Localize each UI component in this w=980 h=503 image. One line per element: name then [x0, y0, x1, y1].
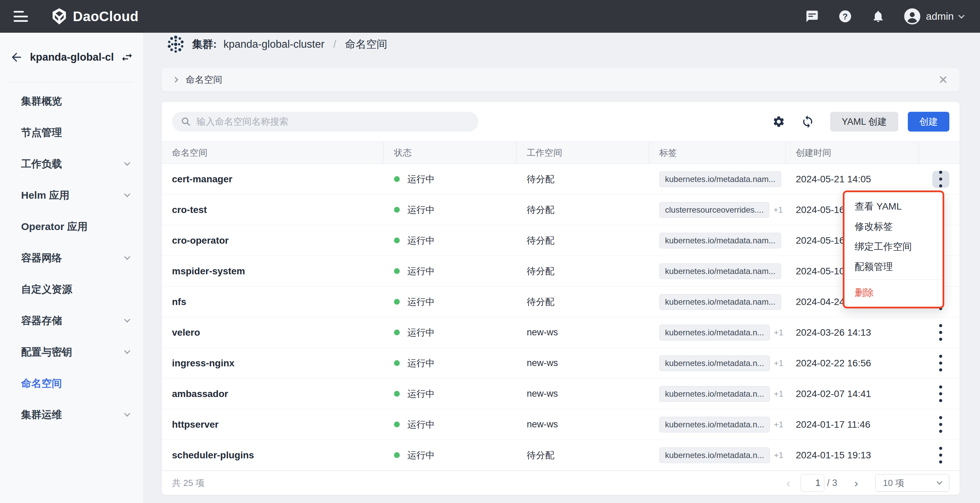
username: admin [926, 11, 954, 22]
namespace-name[interactable]: nfs [172, 297, 186, 307]
divider [845, 279, 943, 280]
sidebar-menu: 集群概览 节点管理 工作负载 Helm 应用 Operator 应用 容器网络 … [0, 82, 143, 430]
label-chip: kubernetes.io/metadata.n... [659, 325, 770, 340]
menu-toggle-button[interactable] [14, 11, 28, 22]
table-footer: 共 25 项 ‹ 1 / 3 › 10 项 [162, 471, 959, 495]
namespace-name[interactable]: mspider-system [172, 266, 245, 277]
prev-page-icon[interactable]: ‹ [783, 477, 794, 489]
status-text: 运行中 [407, 296, 435, 308]
table-row[interactable]: httpserver 运行中 new-ws kubernetes.io/meta… [162, 409, 959, 440]
context-menu-item-1[interactable]: 修改标签 [845, 216, 943, 236]
chevron-down-icon [124, 348, 130, 354]
row-actions-kebab-icon[interactable] [932, 324, 949, 341]
status-dot [394, 452, 400, 458]
namespace-panel: YAML 创建 创建 命名空间 状态 工作空间 标签 创建时间 cert-man… [162, 102, 959, 495]
gear-icon[interactable] [772, 115, 785, 128]
sidebar-item-node-management[interactable]: 节点管理 [0, 117, 143, 148]
next-page-icon[interactable]: › [851, 477, 862, 489]
chevron-down-icon [124, 191, 130, 197]
yaml-create-button[interactable]: YAML 创建 [830, 112, 898, 131]
toolbar: YAML 创建 创建 [162, 102, 959, 141]
table-row[interactable]: nfs 运行中 待分配 kubernetes.io/metadata.nam..… [162, 287, 959, 317]
namespace-name[interactable]: scheduler-plugins [172, 450, 254, 461]
context-menu-item-delete[interactable]: 删除 [845, 283, 943, 303]
refresh-icon[interactable] [801, 115, 815, 128]
search-box [172, 112, 479, 131]
namespace-name[interactable]: cro-operator [172, 235, 229, 246]
help-icon[interactable]: ? [838, 9, 852, 24]
row-actions-kebab-icon[interactable] [932, 385, 949, 402]
created-time: 2024-01-17 11:46 [796, 419, 870, 430]
label-chip: kubernetes.io/metadata.nam... [659, 294, 781, 310]
chevron-down-icon [124, 316, 130, 323]
breadcrumb-cluster-name[interactable]: kpanda-global-cluster [223, 38, 324, 50]
topbar: DaoCloud ? [0, 0, 980, 33]
sidebar-item-helm-apps[interactable]: Helm 应用 [0, 180, 143, 211]
sidebar-item-container-network[interactable]: 容器网络 [0, 242, 143, 274]
svg-text:?: ? [843, 12, 848, 21]
brand-name: DaoCloud [73, 9, 138, 24]
namespace-name[interactable]: cro-test [172, 204, 207, 216]
sidebar-item-container-storage[interactable]: 容器存储 [0, 305, 143, 336]
table-row[interactable]: cro-operator 运行中 待分配 kubernetes.io/metad… [162, 225, 959, 256]
created-time: 2024-05-16 [796, 204, 845, 216]
row-actions-kebab-icon[interactable] [932, 416, 949, 433]
label-chip: kubernetes.io/metadata.n... [659, 355, 770, 371]
sidebar-item-namespaces[interactable]: 命名空间 [0, 368, 143, 399]
chat-icon[interactable] [805, 10, 819, 23]
context-menu-item-0[interactable]: 查看 YAML [845, 196, 943, 216]
close-icon[interactable]: ✕ [939, 74, 948, 86]
page-tab-bar[interactable]: 命名空间 ✕ [162, 68, 959, 91]
brand: DaoCloud [50, 8, 138, 25]
workspace-value: 待分配 [527, 296, 554, 308]
table-row[interactable]: mspider-system 运行中 待分配 kubernetes.io/met… [162, 256, 959, 287]
page-size-value: 10 项 [883, 477, 937, 489]
row-actions-kebab-icon[interactable] [932, 171, 949, 188]
workspace-value: 待分配 [527, 173, 554, 185]
table-row[interactable]: cert-manager 运行中 待分配 kubernetes.io/metad… [162, 164, 959, 195]
total-count: 共 25 项 [172, 477, 204, 489]
table-row[interactable]: ingress-nginx 运行中 new-ws kubernetes.io/m… [162, 348, 959, 378]
sidebar-item-config-secrets[interactable]: 配置与密钥 [0, 336, 143, 368]
table-row[interactable]: velero 运行中 new-ws kubernetes.io/metadata… [162, 317, 959, 348]
created-time: 2024-02-22 16:56 [796, 358, 871, 369]
user-menu[interactable]: admin [904, 8, 964, 24]
namespace-table: 命名空间 状态 工作空间 标签 创建时间 cert-manager 运行中 待分… [162, 141, 959, 471]
search-icon [181, 117, 191, 127]
search-input[interactable] [196, 117, 469, 127]
sidebar-item-cluster-ops[interactable]: 集群运维 [0, 399, 143, 430]
switch-cluster-icon[interactable] [121, 51, 134, 64]
back-icon[interactable] [10, 50, 23, 64]
cluster-icon [166, 35, 185, 54]
context-menu-item-3[interactable]: 配额管理 [845, 257, 943, 277]
create-button[interactable]: 创建 [908, 112, 949, 131]
row-actions-kebab-icon[interactable] [932, 447, 949, 464]
col-created: 创建时间 [786, 142, 919, 164]
workspace-value: 待分配 [527, 449, 554, 461]
bell-icon[interactable] [871, 10, 885, 23]
namespace-name[interactable]: velero [172, 327, 200, 338]
page-size-select[interactable]: 10 项 [875, 474, 949, 492]
sidebar-item-cluster-overview[interactable]: 集群概览 [0, 86, 143, 117]
table-row[interactable]: ambassador 运行中 new-ws kubernetes.io/meta… [162, 378, 959, 409]
namespace-name[interactable]: httpserver [172, 419, 219, 430]
namespace-name[interactable]: ambassador [172, 388, 228, 399]
label-chip: kubernetes.io/metadata.nam... [659, 263, 781, 279]
workspace-value: 待分配 [527, 235, 554, 247]
context-menu-item-2[interactable]: 绑定工作空间 [845, 236, 943, 257]
sidebar-item-workloads[interactable]: 工作负载 [0, 148, 143, 180]
table-row[interactable]: cro-test 运行中 待分配 clusterresourceoverride… [162, 195, 959, 225]
sidebar-item-operator-apps[interactable]: Operator 应用 [0, 211, 143, 242]
table-row[interactable]: scheduler-plugins 运行中 待分配 kubernetes.io/… [162, 440, 959, 471]
status-dot [394, 329, 400, 335]
page-input[interactable]: 1 [800, 474, 824, 492]
status-text: 运行中 [407, 449, 435, 461]
namespace-name[interactable]: cert-manager [172, 174, 232, 185]
namespace-name[interactable]: ingress-nginx [172, 358, 235, 369]
sidebar-item-custom-resources[interactable]: 自定义资源 [0, 274, 143, 305]
sidebar-header: kpanda-global-cl... [0, 33, 143, 82]
row-actions-kebab-icon[interactable] [932, 355, 949, 372]
col-status: 状态 [384, 142, 517, 164]
status-text: 运行中 [407, 326, 435, 339]
label-chip: kubernetes.io/metadata.nam... [659, 171, 781, 187]
